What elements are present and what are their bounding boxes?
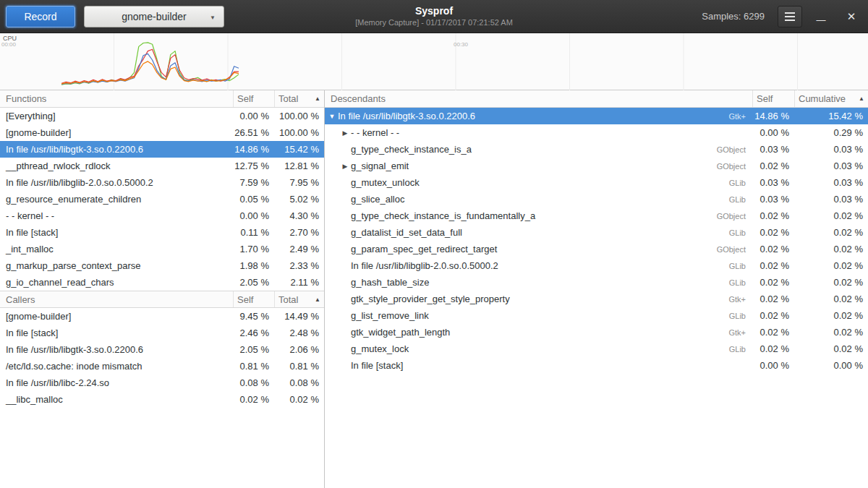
table-row[interactable]: g_hash_table_sizeGLib0.02 %0.02 % [325, 274, 868, 291]
table-row[interactable]: __libc_malloc0.02 %0.02 % [0, 391, 324, 408]
function-name: gtk_style_provider_get_style_property [351, 294, 510, 304]
table-row[interactable]: g_datalist_id_set_data_fullGLib0.02 %0.0… [325, 224, 868, 241]
table-row[interactable]: In file /usr/lib/libc-2.24.so0.08 %0.08 … [0, 374, 324, 391]
close-button[interactable]: ✕ [839, 0, 864, 33]
library-badge: GLib [729, 228, 752, 237]
total-value: 2.49 % [274, 244, 324, 254]
table-row[interactable]: In file [stack]0.11 %2.70 % [0, 224, 324, 241]
cumulative-value: 0.02 % [794, 260, 868, 271]
column-header-self[interactable]: Self [233, 291, 274, 307]
table-row[interactable]: _int_malloc1.70 %2.49 % [0, 241, 324, 257]
table-row[interactable]: gtk_widget_path_lengthGtk+0.02 %0.02 % [325, 324, 868, 341]
total-value: 5.02 % [274, 194, 324, 205]
library-badge: GLib [729, 312, 752, 320]
table-row[interactable]: In file [stack]2.46 %2.48 % [0, 325, 324, 341]
cumulative-value: 0.03 % [794, 160, 868, 171]
cumulative-value: 0.02 % [794, 343, 868, 354]
function-name: [gnome-builder] [0, 127, 233, 138]
column-header-total[interactable]: Total ▲ [274, 90, 324, 107]
library-badge: GLib [729, 345, 752, 354]
cpu-graph[interactable]: CPU 00:00 00:30 [0, 33, 868, 90]
table-row[interactable]: - - kernel - -0.00 %4.30 % [0, 207, 324, 224]
column-header-self[interactable]: Self [752, 90, 794, 107]
table-row[interactable]: g_mutex_unlockGLib0.03 %0.03 % [325, 174, 868, 191]
table-row[interactable]: g_type_check_instance_is_fundamentally_a… [325, 207, 868, 224]
descendant-name-cell: ▶- - kernel - - [325, 127, 752, 138]
cumulative-value: 0.03 % [794, 144, 868, 155]
sysprof-window: Record gnome-builder ▼ Sysprof [Memory C… [0, 0, 868, 488]
table-row[interactable]: g_slice_allocGLib0.03 %0.03 % [325, 191, 868, 207]
total-value: 2.48 % [274, 328, 324, 338]
samples-count: Samples: 6299 [702, 11, 765, 22]
table-row[interactable]: g_mutex_lockGLib0.02 %0.02 % [325, 341, 868, 357]
column-header-cumulative[interactable]: Cumulative ▲ [794, 90, 868, 107]
table-row[interactable]: In file /usr/lib/libglib-2.0.so.0.5000.2… [325, 257, 868, 274]
record-button[interactable]: Record [6, 6, 75, 27]
column-header-total[interactable]: Total ▲ [274, 291, 324, 307]
table-row[interactable]: g_markup_parse_context_parse1.98 %2.33 % [0, 257, 324, 274]
table-row[interactable]: In file /usr/lib/libglib-2.0.so.0.5000.2… [0, 174, 324, 191]
table-row[interactable]: g_param_spec_get_redirect_targetGObject0… [325, 241, 868, 257]
function-name: g_param_spec_get_redirect_target [351, 244, 497, 254]
table-row[interactable]: In file /usr/lib/libgtk-3.so.0.2200.62.0… [0, 341, 324, 358]
function-name: In file [stack] [0, 227, 233, 238]
cumulative-value: 0.02 % [794, 244, 868, 254]
function-name: g_slice_alloc [351, 194, 404, 205]
function-name: In file /usr/lib/libc-2.24.so [0, 377, 233, 388]
table-row[interactable]: ▶g_signal_emitGObject0.02 %0.03 % [325, 158, 868, 174]
cumulative-value: 0.02 % [794, 310, 868, 321]
table-row[interactable]: g_list_remove_linkGLib0.02 %0.02 % [325, 307, 868, 324]
descendant-name-cell: g_datalist_id_set_data_fullGLib [325, 227, 752, 238]
expander-closed-icon[interactable]: ▶ [339, 129, 351, 137]
table-row[interactable]: In file [stack]0.00 %0.00 % [325, 357, 868, 374]
library-badge: Gtk+ [728, 112, 752, 121]
self-value: 0.03 % [752, 194, 794, 205]
target-select-button[interactable]: gnome-builder ▼ [84, 6, 224, 27]
total-value: 12.81 % [274, 160, 324, 171]
menu-icon [785, 16, 795, 17]
column-header-callers[interactable]: Callers [0, 291, 233, 307]
menu-button[interactable] [778, 6, 802, 27]
descendant-name-cell: ▶g_signal_emitGObject [325, 160, 752, 171]
left-pane: Functions Self Total ▲ [Everything]0.00 … [0, 90, 325, 488]
total-value: 2.06 % [274, 344, 324, 355]
table-row[interactable]: [gnome-builder]26.51 %100.00 % [0, 124, 324, 141]
function-name: _int_malloc [0, 244, 233, 254]
table-row[interactable]: ▼In file /usr/lib/libgtk-3.so.0.2200.6Gt… [325, 108, 868, 124]
table-row[interactable]: [gnome-builder]9.45 %14.49 % [0, 308, 324, 325]
headerbar: Record gnome-builder ▼ Sysprof [Memory C… [0, 0, 868, 33]
table-row[interactable]: In file /usr/lib/libgtk-3.so.0.2200.614.… [0, 141, 324, 158]
column-header-descendants[interactable]: Descendants [325, 90, 752, 107]
cumulative-value: 0.29 % [794, 127, 868, 138]
self-value: 0.02 % [752, 310, 794, 321]
table-row[interactable]: /etc/ld.so.cache: inode mismatch0.81 %0.… [0, 358, 324, 374]
descendants-table-header: Descendants Self Cumulative ▲ [325, 90, 868, 108]
table-row[interactable]: [Everything]0.00 %100.00 % [0, 108, 324, 124]
table-row[interactable]: g_resource_enumerate_children0.05 %5.02 … [0, 191, 324, 207]
column-header-total-label: Total [278, 294, 298, 305]
self-value: 0.08 % [233, 377, 274, 388]
table-row[interactable]: g_type_check_instance_is_aGObject0.03 %0… [325, 141, 868, 158]
total-value: 14.49 % [274, 311, 324, 322]
column-header-self[interactable]: Self [233, 90, 274, 107]
expander-closed-icon[interactable]: ▶ [339, 163, 351, 170]
column-header-functions[interactable]: Functions [0, 90, 233, 107]
self-value: 0.02 % [752, 227, 794, 238]
self-value: 14.86 % [752, 111, 794, 121]
table-row[interactable]: __pthread_rwlock_rdlock12.75 %12.81 % [0, 158, 324, 174]
table-row[interactable]: g_io_channel_read_chars2.05 %2.11 % [0, 274, 324, 291]
function-name: [gnome-builder] [0, 311, 233, 322]
function-name: __pthread_rwlock_rdlock [0, 160, 233, 171]
function-name: g_mutex_lock [351, 343, 409, 354]
table-row[interactable]: ▶- - kernel - -0.00 %0.29 % [325, 124, 868, 141]
descendant-name-cell: g_type_check_instance_is_fundamentally_a… [325, 210, 752, 221]
self-value: 0.05 % [233, 194, 274, 205]
expander-open-icon[interactable]: ▼ [326, 113, 338, 120]
cumulative-value: 0.02 % [794, 327, 868, 338]
minimize-button[interactable]: — [809, 0, 833, 33]
self-value: 0.03 % [752, 144, 794, 155]
cumulative-value: 0.02 % [794, 210, 868, 221]
table-row[interactable]: gtk_style_provider_get_style_propertyGtk… [325, 291, 868, 307]
library-badge: GLib [729, 195, 752, 204]
self-value: 2.05 % [233, 344, 274, 355]
